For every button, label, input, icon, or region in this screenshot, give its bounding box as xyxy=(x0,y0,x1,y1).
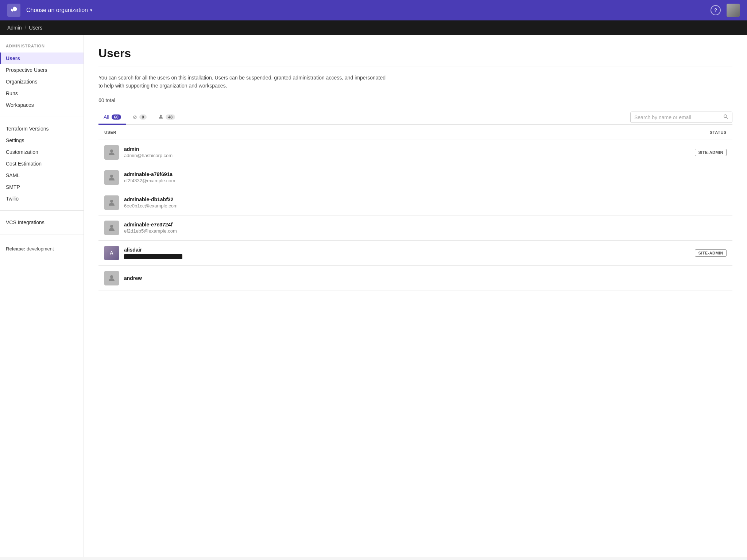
release-label: Release: xyxy=(6,246,25,252)
user-info: adminable-e7e3724f ef2d1eb5@example.com xyxy=(124,222,177,234)
status-cell: SITE-ADMIN xyxy=(526,240,732,265)
col-status: STATUS xyxy=(526,125,732,140)
user-email xyxy=(124,253,182,259)
sidebar-divider-3 xyxy=(0,234,84,234)
svg-point-0 xyxy=(160,115,162,117)
table-row: admin admin@hashicorp.com SITE-ADMIN xyxy=(98,140,732,165)
user-name: andrew xyxy=(124,275,142,281)
breadcrumb: Admin / Users xyxy=(0,20,747,35)
svg-point-4 xyxy=(110,175,113,178)
org-name: Choose an organization xyxy=(26,7,88,13)
tab-all[interactable]: All 60 xyxy=(98,110,126,125)
user-avatar-default xyxy=(104,145,119,160)
page-title: Users xyxy=(98,47,732,60)
redacted-email xyxy=(124,254,182,259)
user-cell[interactable]: adminable-db1abf32 6ee0b1cc@example.com xyxy=(98,190,526,215)
sidebar-item-twilio[interactable]: Twilio xyxy=(0,193,84,205)
sidebar-item-settings[interactable]: Settings xyxy=(0,135,84,146)
sidebar-item-workspaces[interactable]: Workspaces xyxy=(0,99,84,111)
table-row: adminable-e7e3724f ef2d1eb5@example.com xyxy=(98,215,732,240)
content-area: Users You can search for all the users o… xyxy=(84,35,747,557)
user-email: admin@hashicorp.com xyxy=(124,153,173,158)
svg-point-7 xyxy=(110,275,113,278)
sidebar-divider-1 xyxy=(0,117,84,117)
org-selector[interactable]: Choose an organization ▾ xyxy=(26,7,92,13)
ban-icon: ⊘ xyxy=(133,114,137,120)
user-cell[interactable]: A alisdair xyxy=(98,240,526,265)
svg-point-1 xyxy=(724,115,727,118)
sidebar-divider-2 xyxy=(0,210,84,211)
user-name: alisdair xyxy=(124,247,182,253)
svg-point-5 xyxy=(110,200,113,203)
sidebar-item-terraform-versions[interactable]: Terraform Versions xyxy=(0,123,84,135)
search-input[interactable] xyxy=(634,114,720,120)
tab-unconfirmed[interactable]: 48 xyxy=(153,110,180,125)
tab-suspended-count: 0 xyxy=(139,114,147,120)
sidebar-item-runs[interactable]: Runs xyxy=(0,88,84,99)
status-cell xyxy=(526,190,732,215)
avatar[interactable] xyxy=(727,4,740,17)
user-avatar-default xyxy=(104,195,119,210)
status-cell xyxy=(526,165,732,190)
total-count: 60 total xyxy=(98,97,732,103)
user-email: cf2f4332@example.com xyxy=(124,178,175,183)
table-row: A alisdair SITE-ADMIN xyxy=(98,240,732,265)
filter-tabs: All 60 ⊘ 0 48 xyxy=(98,110,180,124)
user-name: adminable-db1abf32 xyxy=(124,197,178,202)
svg-point-6 xyxy=(110,225,113,228)
chevron-down-icon: ▾ xyxy=(90,8,92,13)
status-badge: SITE-ADMIN xyxy=(695,249,727,257)
user-cell[interactable]: admin admin@hashicorp.com xyxy=(98,140,526,165)
sidebar-release: Release: development xyxy=(0,240,84,252)
table-row: adminable-a76f691a cf2f4332@example.com xyxy=(98,165,732,190)
sidebar-item-prospective-users[interactable]: Prospective Users xyxy=(0,64,84,76)
sidebar-section-label: Administration xyxy=(0,44,84,52)
search-icon xyxy=(723,114,728,120)
svg-point-3 xyxy=(110,149,113,152)
user-email: 6ee0b1cc@example.com xyxy=(124,203,178,209)
breadcrumb-admin[interactable]: Admin xyxy=(7,25,22,31)
status-cell xyxy=(526,265,732,291)
status-cell: SITE-ADMIN xyxy=(526,140,732,165)
top-nav-right: ? xyxy=(711,4,740,17)
sidebar-item-customization[interactable]: Customization xyxy=(0,146,84,158)
sidebar-item-saml[interactable]: SAML xyxy=(0,170,84,181)
breadcrumb-current: Users xyxy=(29,25,43,31)
user-info: adminable-db1abf32 6ee0b1cc@example.com xyxy=(124,197,178,209)
breadcrumb-separator: / xyxy=(25,25,26,31)
user-cell[interactable]: adminable-a76f691a cf2f4332@example.com xyxy=(98,165,526,190)
user-cell[interactable]: adminable-e7e3724f ef2d1eb5@example.com xyxy=(98,215,526,240)
sidebar: Administration Users Prospective Users O… xyxy=(0,35,84,557)
tab-all-count: 60 xyxy=(112,114,121,120)
table-row: andrew xyxy=(98,265,732,291)
app-logo[interactable] xyxy=(7,4,20,17)
avatar-photo: A xyxy=(104,246,119,260)
user-name: admin xyxy=(124,146,173,152)
release-value: development xyxy=(27,246,54,252)
help-icon[interactable]: ? xyxy=(711,5,721,15)
user-info: adminable-a76f691a cf2f4332@example.com xyxy=(124,171,175,183)
tab-suspended[interactable]: ⊘ 0 xyxy=(128,110,152,125)
user-name: adminable-a76f691a xyxy=(124,171,175,177)
filter-bar: All 60 ⊘ 0 48 xyxy=(98,110,732,125)
user-cell[interactable]: andrew xyxy=(98,265,526,291)
user-avatar-default xyxy=(104,170,119,185)
user-info: alisdair xyxy=(124,247,182,259)
status-badge: SITE-ADMIN xyxy=(695,149,727,156)
user-icon xyxy=(158,114,163,120)
tab-all-label: All xyxy=(104,114,109,120)
sidebar-item-cost-estimation[interactable]: Cost Estimation xyxy=(0,158,84,170)
search-box xyxy=(630,112,732,123)
user-avatar-default xyxy=(104,221,119,235)
sidebar-item-smtp[interactable]: SMTP xyxy=(0,181,84,193)
sidebar-item-vcs-integrations[interactable]: VCS Integrations xyxy=(0,217,84,228)
sidebar-item-users[interactable]: Users xyxy=(0,52,84,64)
user-avatar-default xyxy=(104,271,119,285)
sidebar-item-organizations[interactable]: Organizations xyxy=(0,76,84,88)
user-info: admin admin@hashicorp.com xyxy=(124,146,173,158)
users-table: USER STATUS admin admin@hashicorp.com SI… xyxy=(98,125,732,291)
svg-line-2 xyxy=(727,117,728,119)
user-info: andrew xyxy=(124,275,142,281)
user-email: ef2d1eb5@example.com xyxy=(124,228,177,234)
col-user: USER xyxy=(98,125,526,140)
